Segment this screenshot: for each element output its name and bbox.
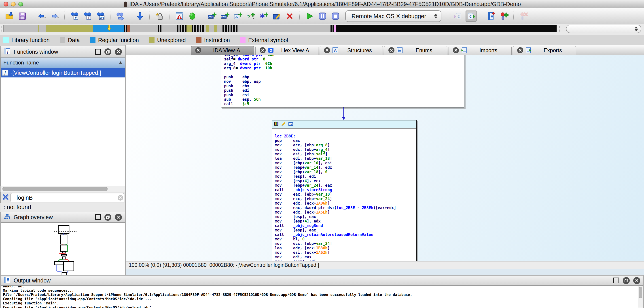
tab-ida-view-a[interactable]: IDA View-A [191,46,254,55]
toolbar-separator [110,11,111,21]
asm-line: mov esi, [ecx+1A62h] [275,250,414,255]
tab-close-icon[interactable] [388,47,394,53]
block-edit-icon[interactable] [281,121,286,127]
navband-segment [204,25,206,32]
start-process-button[interactable] [304,11,315,22]
step-over-button[interactable]: c [466,11,477,22]
panel-restore-button[interactable] [104,48,111,55]
panel-minimize-button[interactable] [613,277,619,283]
tab-enums[interactable]: Enums [384,46,447,55]
tab-close-icon[interactable] [324,47,330,53]
splitter[interactable] [126,269,644,275]
jump-xref-button[interactable] [115,11,126,22]
legend-item: Library function [3,37,50,44]
stop-process-button[interactable] [330,11,341,22]
asm-line: arg_4= dword ptr 0Ch [224,61,461,66]
svg-text:c: c [458,14,460,19]
tab-imports[interactable]: Imports [448,46,512,55]
graph-overview-canvas[interactable] [0,222,125,275]
tab-label: Enums [405,47,443,54]
delete-breakpoint-button[interactable] [518,11,529,22]
navband-segment [194,25,196,32]
debugger-select[interactable]: Remote Mac OS X debugger [345,10,442,22]
make-name-button[interactable]: A [232,11,243,22]
block-palette-icon[interactable] [274,121,279,127]
pause-process-button[interactable] [317,11,328,22]
asm-line: mov [esp], eax [275,214,414,219]
navigation-band[interactable] [3,25,557,32]
tab-close-icon[interactable] [453,47,459,53]
panel-restore-button[interactable] [104,214,111,221]
output-log[interactable]: DWARF: No.Marking typical code sequences… [0,286,644,308]
overview-minimap [1,223,125,275]
debugger-windows-button[interactable] [486,11,496,22]
navigate-forward-button[interactable] [50,11,60,22]
function-row[interactable]: f-[ViewController loginButtonTapped:] [1,68,125,78]
vscrollbar-thumb[interactable] [639,287,642,298]
navband-segment [222,25,224,32]
functions-hscrollbar[interactable] [0,186,125,192]
panel-close-button[interactable] [115,214,122,221]
run-to-button[interactable] [187,11,198,22]
tab-close-icon[interactable] [517,47,523,53]
navband-segment [336,25,557,32]
tab-structures[interactable]: AStructures [320,46,383,55]
band-tick [559,26,560,28]
make-string-button[interactable]: ‘S’ [246,11,256,22]
filter-status-text: : not found [0,203,125,212]
band-zoom-spinner[interactable] [566,25,641,33]
save-file-button[interactable] [17,11,28,22]
step-into-button[interactable]: c [452,11,463,22]
functions-window-header[interactable]: f Functions window [0,46,125,57]
jump-address-button[interactable] [134,11,145,22]
hscrollbar-thumb[interactable] [2,187,108,191]
function-name-column-header[interactable]: Function name [0,57,125,68]
filter-input[interactable] [10,193,124,202]
panel-close-button[interactable] [633,277,640,284]
graph-node-loc-2B8E[interactable]: loc_2B8E:pop eaxmov ecx, [ebp+arg_8]mov … [272,120,416,261]
open-file-button[interactable] [4,11,15,22]
clear-filter-icon[interactable] [2,194,9,201]
output-window-header[interactable]: Output window [0,275,644,286]
panel-close-button[interactable] [115,48,122,55]
tab-close-icon[interactable] [195,47,201,53]
panel-minimize-button[interactable] [95,49,101,55]
make-data-button[interactable]: DATA [220,11,230,22]
make-array-button[interactable]: ✱ [258,11,269,22]
block-frame-icon[interactable] [288,121,293,127]
lock-flirt-button[interactable] [154,11,165,22]
search-binary-button[interactable]: 101 [95,11,106,22]
tab-close-icon[interactable] [260,47,266,53]
minimize-window-button[interactable] [11,2,16,7]
undefine-button[interactable] [284,11,295,22]
graph-overview-header[interactable]: Graph overview [0,212,125,222]
close-window-button[interactable] [4,2,8,7]
asm-line: mov edi, eax [275,255,414,259]
zoom-window-button[interactable] [18,2,23,7]
add-breakpoint-button[interactable] [499,11,510,22]
output-vscrollbar[interactable] [638,286,643,307]
make-code-button[interactable]: CODE [206,11,217,22]
panel-restore-button[interactable] [623,277,630,284]
navigate-back-button[interactable] [37,11,48,22]
graph-node-function-prologue[interactable]: var_18= dword ptr -18hself= dword ptr 8a… [221,55,464,107]
problems-window-button[interactable] [174,11,185,22]
svg-text:c: c [469,14,472,19]
panel-minimize-button[interactable] [95,214,101,220]
output-line: File '/Users/Prateek/Library/Application… [3,292,643,297]
tab-exports[interactable]: Exports [513,46,576,55]
navband-segment [209,25,214,32]
tab-hex-view-a[interactable]: OHex View-A [255,46,318,55]
search-names-button[interactable]: # [69,11,80,22]
legend-swatch [3,37,9,43]
functions-list[interactable]: f-[ViewController loginButtonTapped:] [0,68,125,186]
search-text-button[interactable]: T [82,11,93,22]
clear-input-icon[interactable] [118,195,123,201]
navband-segment [180,25,181,32]
graph-node-titlebar[interactable] [272,120,416,129]
edit-item-button[interactable] [272,11,282,22]
band-tick [2,26,2,28]
column-label: Function name [3,60,119,66]
asm-line: mov ecx, [ebp+var_24] [275,241,414,246]
ida-graph-view[interactable]: var_18= dword ptr -18hself= dword ptr 8a… [126,55,644,261]
